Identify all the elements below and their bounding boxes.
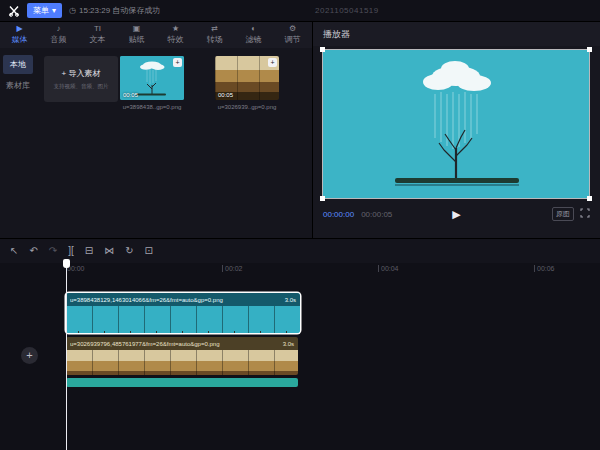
ruler-label: 00:06: [534, 265, 555, 272]
plus-icon: +: [62, 69, 67, 78]
clip-label-strip: u=3898438129,1463014066&fm=26&fmt=auto&g…: [66, 293, 300, 306]
select-tool-icon[interactable]: ↖: [10, 246, 18, 256]
transition-icon: ⇄: [211, 25, 218, 33]
sidebar-item-local-label: 本地: [10, 60, 26, 69]
rotate-icon[interactable]: ↻: [125, 246, 133, 256]
autosave-text: 15:23:29 自动保存成功: [79, 5, 160, 16]
sticker-icon: ▣: [133, 25, 141, 33]
player-controls: 00:00:00 00:00:05 ▶ 原图: [323, 205, 590, 223]
ruler-label: 00:04: [378, 265, 399, 272]
playhead-line[interactable]: [66, 261, 67, 450]
sidebar-item-local[interactable]: 本地: [3, 55, 33, 74]
media-item-name: u=3898438..gp=0.png: [116, 104, 188, 110]
tab-adjust-label: 调节: [285, 34, 301, 45]
tab-transitions[interactable]: ⇄ 转场: [195, 22, 234, 48]
tab-transitions-label: 转场: [207, 34, 223, 45]
tab-effects-label: 特效: [168, 34, 184, 45]
clip-duration: 3.0s: [285, 297, 296, 303]
ruler-label: 00:02: [222, 265, 243, 272]
audio-icon: ♪: [57, 25, 61, 33]
tab-filters[interactable]: ◐ 滤镜: [234, 22, 273, 48]
selection-handle[interactable]: [320, 196, 325, 201]
clip-filmstrip: [66, 350, 298, 375]
app-logo-icon: [8, 5, 20, 17]
tab-stickers-label: 贴纸: [129, 34, 145, 45]
preview-frame-image: [323, 50, 589, 198]
media-library-panel: + 导入素材 支持视频、音频、图片 00:05 + u=3898438..gp=…: [36, 48, 312, 238]
add-track-button[interactable]: +: [21, 347, 38, 364]
player-panel: 播放器 00:00:00 00:00:05 ▶: [312, 22, 600, 238]
tab-text[interactable]: TI 文本: [78, 22, 117, 48]
split-icon[interactable]: ][: [68, 246, 74, 256]
media-icon: ▶: [16, 25, 22, 33]
import-media-button[interactable]: + 导入素材 支持视频、音频、图片: [44, 56, 118, 102]
player-header: 播放器: [313, 22, 600, 46]
tab-stickers[interactable]: ▣ 贴纸: [117, 22, 156, 48]
adjust-icon: ⚙: [289, 25, 296, 33]
import-media-hint: 支持视频、音频、图片: [53, 82, 108, 90]
clip-filename: u=3026939796,485761977&fm=26&fmt=auto&gp…: [70, 341, 278, 347]
tab-adjust[interactable]: ⚙ 调节: [273, 22, 312, 48]
current-time: 00:00:00: [323, 210, 354, 219]
sidebar-item-library-label: 素材库: [6, 81, 30, 90]
timeline-clip-landscape[interactable]: u=3026939796,485761977&fm=26&fmt=auto&gp…: [66, 337, 298, 375]
timeline-toolbar: ↖ ↶ ↷ ][ ⊟ ⋈ ↻ ⊡: [0, 239, 600, 263]
project-id-text: 2021105041519: [315, 6, 379, 15]
tab-media-label: 媒体: [12, 34, 28, 45]
media-sidebar: 本地 素材库: [0, 48, 36, 238]
menu-button-label: 菜单: [33, 5, 49, 16]
selection-handle[interactable]: [587, 196, 592, 201]
play-button[interactable]: ▶: [452, 209, 460, 220]
menu-button[interactable]: 菜单 ▾: [27, 3, 62, 18]
asset-tab-bar: ▶ 媒体 ♪ 音频 TI 文本 ▣ 贴纸 ★ 特效 ⇄ 转场 ◐ 滤镜 ⚙ 调节: [0, 22, 312, 48]
clip-filename: u=3898438129,1463014066&fm=26&fmt=auto&g…: [70, 297, 280, 303]
delete-icon[interactable]: ⊟: [85, 246, 93, 256]
import-media-label: + 导入素材: [62, 68, 101, 79]
clock-icon: ◷: [69, 6, 76, 15]
tab-audio-label: 音频: [51, 34, 67, 45]
player-title: 播放器: [323, 28, 350, 41]
top-bar: 菜单 ▾ ◷ 15:23:29 自动保存成功 2021105041519: [0, 0, 600, 22]
mirror-flip-icon[interactable]: ⋈: [104, 246, 114, 256]
filter-icon: ◐: [251, 25, 256, 33]
tab-effects[interactable]: ★ 特效: [156, 22, 195, 48]
chevron-down-icon: ▾: [52, 6, 56, 15]
original-quality-button[interactable]: 原图: [552, 207, 574, 221]
effects-icon: ★: [172, 25, 179, 33]
clip-label-strip: u=3026939796,485761977&fm=26&fmt=auto&gp…: [66, 337, 298, 350]
selection-handle[interactable]: [587, 47, 592, 52]
playhead-handle[interactable]: [63, 259, 70, 268]
video-preview[interactable]: [323, 50, 589, 198]
fullscreen-icon[interactable]: [580, 208, 590, 220]
tab-filters-label: 滤镜: [246, 34, 262, 45]
tab-text-label: 文本: [90, 34, 106, 45]
crop-icon[interactable]: ⊡: [145, 246, 153, 256]
sidebar-item-library[interactable]: 素材库: [3, 76, 33, 95]
timeline-ruler[interactable]: 00:00 00:02 00:04 00:06: [0, 263, 600, 276]
total-time: 00:00:05: [361, 210, 392, 219]
redo-icon[interactable]: ↷: [49, 246, 57, 256]
autosave-status: ◷ 15:23:29 自动保存成功: [69, 5, 160, 16]
selection-handle[interactable]: [320, 47, 325, 52]
media-item-name: u=3026939..gp=0.png: [211, 104, 283, 110]
add-to-track-icon[interactable]: +: [173, 58, 182, 67]
tab-media[interactable]: ▶ 媒体: [0, 22, 39, 48]
undo-icon[interactable]: ↶: [29, 246, 37, 256]
text-icon: TI: [94, 25, 101, 33]
media-item-landscape[interactable]: 00:05 +: [215, 56, 279, 100]
media-item-tree[interactable]: 00:05 +: [120, 56, 184, 100]
add-to-track-icon[interactable]: +: [268, 58, 277, 67]
clip-filmstrip: [66, 306, 300, 333]
clip-color-strip[interactable]: [66, 378, 298, 387]
timeline-clip-tree[interactable]: u=3898438129,1463014066&fm=26&fmt=auto&g…: [66, 293, 300, 333]
tab-audio[interactable]: ♪ 音频: [39, 22, 78, 48]
clip-duration: 3.0s: [283, 341, 294, 347]
media-duration-badge: 00:05: [123, 92, 138, 98]
media-duration-badge: 00:05: [218, 92, 233, 98]
timeline-panel: ↖ ↶ ↷ ][ ⊟ ⋈ ↻ ⊡ 00:00 00:02 00:04 00:06…: [0, 238, 600, 450]
